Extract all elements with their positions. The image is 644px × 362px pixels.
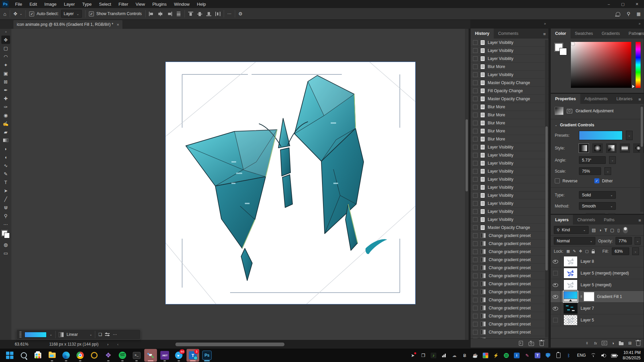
taskbar-photoshop-icon[interactable]: Ps [201, 349, 213, 362]
history-source-checkbox[interactable] [473, 161, 478, 166]
history-step[interactable]: Layer Visibility [471, 175, 548, 183]
layer-row[interactable]: Layer 8 [551, 256, 644, 267]
layer-thumbnail[interactable] [564, 280, 578, 290]
layer-row[interactable]: Layer 5 (merged) [551, 279, 644, 291]
delete-state-icon[interactable] [540, 342, 544, 346]
healing-brush-tool[interactable]: ✚ [1, 94, 10, 103]
history-source-checkbox[interactable] [473, 330, 478, 335]
audio-app-tray-icon[interactable]: ♪ [431, 352, 437, 358]
history-source-checkbox[interactable] [473, 129, 478, 133]
history-source-checkbox[interactable] [473, 257, 478, 262]
history-step[interactable]: Blur More [471, 119, 548, 127]
menu-file[interactable]: File [11, 0, 26, 8]
layer-visibility-eye-icon[interactable] [551, 279, 560, 291]
drag-grip-icon[interactable] [19, 331, 21, 338]
saturation-brightness-field[interactable] [571, 42, 631, 88]
distribute-horizontal-icon[interactable] [176, 12, 181, 16]
style-radial-button[interactable] [592, 143, 603, 153]
history-step[interactable]: Change gradient preset [471, 288, 548, 296]
history-source-checkbox[interactable] [473, 306, 478, 310]
lock-artboard-icon[interactable]: ▢ [585, 249, 589, 253]
history-step[interactable]: Blur More [471, 111, 548, 119]
menu-view[interactable]: View [132, 0, 149, 8]
history-step[interactable]: Layer Visibility [471, 159, 548, 167]
teams-tray-icon[interactable]: T [535, 352, 541, 358]
taskbar-visual-studio-icon[interactable]: ❖ [102, 349, 115, 362]
taskbar-chrome-icon[interactable] [74, 349, 87, 362]
menu-help[interactable]: Help [193, 0, 210, 8]
history-step[interactable]: Fill Opacity Change [471, 87, 548, 95]
history-source-checkbox[interactable] [473, 193, 478, 198]
layer-thumbnail[interactable] [564, 268, 578, 279]
tab-history[interactable]: History [471, 28, 494, 39]
layer-row[interactable]: Layer 5 (merged) (merged) [551, 267, 644, 279]
hue-slider[interactable] [636, 42, 641, 88]
panel-menu-icon[interactable]: ≡ [543, 32, 546, 37]
auto-select-target-dropdown[interactable]: Layer ⌄ [61, 10, 82, 18]
background-color-swatch[interactable] [4, 233, 10, 238]
tab-adjustments[interactable]: Adjustments [580, 94, 612, 104]
history-step[interactable]: Layer Visibility [471, 183, 548, 191]
history-step[interactable]: Layer Visibility [471, 167, 548, 175]
smudge-tool[interactable]: ∿ [1, 161, 10, 170]
history-step[interactable]: Layer Visibility [471, 151, 548, 159]
chevron-down-icon[interactable]: ⌄ [90, 333, 92, 336]
menu-image[interactable]: Image [41, 0, 60, 8]
history-step[interactable]: Layer Visibility [471, 216, 548, 224]
cup-tray-icon[interactable]: ☕ [472, 352, 478, 358]
angle-dropdown-icon[interactable]: ⌄ [609, 156, 616, 164]
close-tab-icon[interactable]: × [117, 22, 119, 27]
show-transform-checkbox[interactable]: ✓ [89, 11, 94, 16]
type-dropdown[interactable]: Solid⌄ [579, 191, 616, 199]
history-step[interactable]: Master Opacity Change [471, 95, 548, 103]
history-step[interactable]: Change gradient preset [471, 304, 548, 312]
section-collapse-icon[interactable]: ⌄ [555, 123, 557, 127]
panel-menu-icon[interactable]: ≡ [638, 218, 641, 223]
hue-slider-handle[interactable] [632, 85, 635, 88]
history-step[interactable]: Layer Visibility [471, 55, 548, 63]
history-step[interactable]: Change gradient preset [471, 240, 548, 248]
gradient-preset-preview[interactable] [579, 131, 623, 140]
canvas-horizontal-scrollbar[interactable] [175, 343, 284, 346]
notifications-bell-icon[interactable] [616, 12, 620, 16]
document-canvas-area[interactable] [11, 29, 469, 340]
background-color-swatch[interactable] [559, 48, 567, 55]
style-reflected-button[interactable] [620, 143, 630, 153]
properties-panel-icon[interactable]: ❏ [98, 332, 102, 337]
preset-dropdown-icon[interactable]: ⌄ [626, 131, 633, 140]
distribute-vertical-icon[interactable] [215, 12, 220, 16]
history-source-checkbox[interactable] [473, 201, 478, 206]
filter-kind-dropdown[interactable]: ⚲ Kind ⌄ [554, 226, 589, 234]
history-source-checkbox[interactable] [473, 290, 478, 294]
battlenet-tray-icon[interactable]: Ƀ [462, 352, 468, 358]
add-layer-mask-icon[interactable] [602, 341, 607, 345]
status-menu-chevron-icon[interactable]: › [107, 342, 109, 346]
align-top-icon[interactable] [188, 12, 193, 16]
filter-pixel-layers-icon[interactable]: ▤ [592, 228, 596, 233]
quick-mask-icon[interactable]: ◍ [1, 240, 10, 249]
lock-pixels-icon[interactable]: ✎ [573, 249, 576, 253]
history-source-checkbox[interactable] [473, 265, 478, 270]
link-layers-icon[interactable]: ∞ [585, 342, 589, 345]
filter-toggle[interactable] [623, 227, 628, 233]
lasso-tool[interactable]: ◠ [1, 52, 10, 61]
search-icon[interactable]: ⚲ [627, 11, 630, 16]
layer-visibility-eye-icon[interactable] [551, 291, 560, 302]
object-selection-tool[interactable]: ✦ [1, 61, 10, 69]
tab-properties[interactable]: Properties [551, 94, 580, 104]
brush-tool[interactable]: ✑ [1, 103, 10, 111]
canvas-vertical-scrollbar[interactable] [465, 29, 469, 340]
defender-tray-icon[interactable]: ✓ [545, 352, 551, 358]
history-step[interactable]: Master Opacity Change [471, 224, 548, 232]
panel-menu-icon[interactable]: ≡ [638, 97, 641, 102]
align-right-icon[interactable] [167, 12, 172, 16]
screen-mode-icon[interactable]: ▭ [1, 249, 10, 257]
info-tray-icon[interactable]: i [514, 352, 520, 358]
history-source-checkbox[interactable] [473, 56, 478, 61]
marquee-tool[interactable]: ▢ [1, 44, 10, 52]
history-source-checkbox[interactable] [473, 48, 478, 53]
history-step[interactable]: Change gradient preset [471, 312, 548, 320]
clipboard-tray-icon[interactable]: ❐ [420, 352, 426, 358]
telegram-tray-icon[interactable]: ➤ [410, 352, 416, 358]
gradient-tool[interactable] [1, 136, 10, 144]
